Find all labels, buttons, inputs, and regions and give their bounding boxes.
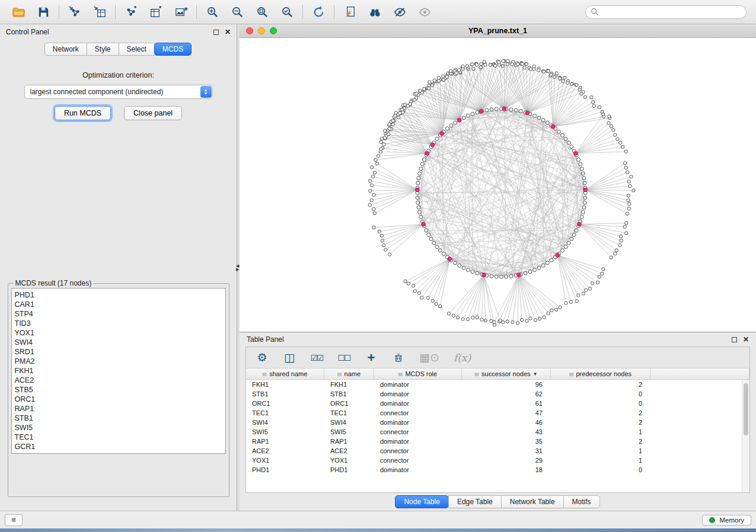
result-node[interactable]: STB1 — [15, 414, 222, 423]
zoom-selected-button[interactable] — [275, 2, 299, 21]
table-cell[interactable]: 31 — [462, 447, 551, 454]
table-cell[interactable]: dominator — [374, 400, 462, 407]
table-cell[interactable]: 18 — [462, 466, 551, 473]
mcds-result-list[interactable]: PHD1CAR1STP4TID3YOX1SWI4SRD1PMA2FKH1ACE2… — [11, 288, 226, 454]
tab-node-table[interactable]: Node Table — [395, 495, 449, 508]
result-node[interactable]: TEC1 — [15, 432, 222, 442]
close-panel-icon[interactable]: ✕ — [225, 28, 231, 36]
network-canvas[interactable] — [240, 38, 756, 332]
result-node[interactable]: STB5 — [15, 385, 222, 395]
table-cell[interactable]: 2 — [551, 419, 650, 426]
table-cell[interactable]: connector — [374, 457, 462, 464]
table-cell[interactable]: dominator — [374, 390, 462, 398]
open-session-button[interactable] — [6, 2, 31, 21]
table-cell[interactable]: 2 — [551, 409, 650, 416]
result-node[interactable]: SRD1 — [15, 347, 222, 357]
table-row[interactable]: YOX1YOX1connector291 — [246, 456, 749, 465]
table-cell[interactable]: STB1 — [246, 390, 324, 398]
run-mcds-button[interactable]: Run MCDS — [55, 106, 111, 120]
new-network-button[interactable] — [119, 2, 143, 21]
show-columns-button[interactable]: ◫ — [283, 350, 296, 366]
table-cell[interactable]: 1 — [551, 428, 650, 435]
tab-network-table[interactable]: Network Table — [501, 495, 564, 508]
table-cell[interactable]: SWI4 — [246, 419, 324, 426]
table-row[interactable]: RAP1RAP1dominator352 — [246, 437, 749, 446]
table-cell[interactable]: dominator — [374, 438, 462, 445]
optimization-criterion-select[interactable]: largest connected component (undirected)… — [24, 85, 213, 99]
table-settings-button[interactable]: ⚙ — [256, 350, 269, 366]
result-node[interactable]: STP4 — [15, 309, 222, 319]
table-cell[interactable]: dominator — [374, 419, 462, 426]
table-cell[interactable]: dominator — [374, 381, 462, 388]
table-cell[interactable]: SWI5 — [246, 428, 324, 435]
delete-column-button[interactable] — [392, 350, 405, 366]
result-node[interactable]: GCR1 — [15, 442, 222, 451]
float-table-panel-icon[interactable] — [732, 337, 737, 342]
table-cell[interactable]: RAP1 — [246, 438, 324, 445]
table-cell[interactable]: 29 — [462, 457, 551, 464]
table-cell[interactable]: STB1 — [324, 390, 374, 398]
hide-selected-button[interactable] — [387, 2, 412, 21]
show-all-button[interactable] — [412, 2, 437, 21]
export-image-button[interactable] — [168, 2, 193, 21]
select-all-button[interactable]: ☑☑ — [310, 350, 323, 366]
search-input[interactable] — [599, 8, 741, 16]
tab-mcds[interactable]: MCDS — [154, 43, 192, 56]
deselect-all-button[interactable]: ☐☐ — [337, 350, 350, 366]
network-window-titlebar[interactable]: YPA_prune.txt_1 — [240, 24, 756, 38]
table-cell[interactable]: SWI5 — [324, 428, 374, 435]
table-row[interactable]: ORC1ORC1dominator610 — [246, 399, 749, 408]
table-cell[interactable]: FKH1 — [324, 381, 374, 388]
apply-layout-button[interactable] — [306, 2, 331, 21]
table-cell[interactable]: RAP1 — [324, 438, 374, 445]
result-node[interactable]: YOX1 — [15, 328, 222, 338]
table-row[interactable]: ACE2ACE2connector311 — [246, 446, 749, 456]
table-cell[interactable]: 35 — [462, 438, 551, 445]
table-cell[interactable]: SWI4 — [324, 419, 374, 426]
tab-select[interactable]: Select — [119, 43, 155, 56]
save-session-button[interactable] — [31, 2, 56, 21]
result-node[interactable]: ACE2 — [15, 376, 222, 385]
status-menu-button[interactable]: ≡ — [5, 514, 23, 526]
table-scrollbar[interactable] — [742, 380, 749, 492]
table-cell[interactable]: 2 — [551, 381, 650, 388]
column-header[interactable]: ▤predecessor nodes — [551, 368, 650, 379]
close-panel-button[interactable]: Close panel — [124, 106, 182, 120]
table-cell[interactable]: PHD1 — [246, 466, 324, 473]
table-cell[interactable]: PHD1 — [324, 466, 374, 473]
float-panel-icon[interactable] — [213, 30, 219, 35]
result-node[interactable]: FKH1 — [15, 366, 222, 376]
table-cell[interactable]: 62 — [462, 390, 551, 398]
table-cell[interactable]: connector — [374, 447, 462, 454]
table-row[interactable]: SWI4SWI4dominator462 — [246, 418, 749, 427]
table-cell[interactable]: 46 — [462, 419, 551, 426]
table-cell[interactable]: connector — [374, 409, 462, 416]
zoom-in-button[interactable] — [200, 2, 225, 21]
tab-network[interactable]: Network — [44, 43, 87, 56]
search-network-button[interactable] — [362, 2, 387, 21]
new-table-button[interactable] — [143, 2, 168, 21]
table-cell[interactable]: ACE2 — [324, 447, 374, 454]
network-graph[interactable] — [240, 38, 756, 332]
table-cell[interactable]: dominator — [374, 466, 462, 473]
result-node[interactable]: SWI5 — [15, 423, 222, 432]
tab-style[interactable]: Style — [87, 43, 119, 56]
memory-button[interactable]: Memory — [702, 515, 751, 525]
result-node[interactable]: PMA2 — [15, 357, 222, 366]
zoom-fit-button[interactable] — [250, 2, 275, 21]
table-cell[interactable]: 43 — [462, 428, 551, 435]
splitter-collapse-icon[interactable]: ◀▶ — [236, 264, 239, 271]
table-cell[interactable]: 1 — [551, 447, 650, 454]
table-cell[interactable]: 0 — [551, 466, 650, 473]
close-window-icon[interactable] — [246, 27, 253, 34]
table-cell[interactable]: TEC1 — [324, 409, 374, 416]
result-node[interactable]: ORC1 — [15, 395, 222, 404]
table-cell[interactable]: YOX1 — [324, 457, 374, 464]
scrollbar-thumb[interactable] — [744, 383, 748, 435]
minimize-window-icon[interactable] — [258, 27, 265, 34]
import-network-button[interactable] — [62, 2, 87, 21]
table-cell[interactable]: FKH1 — [246, 381, 324, 388]
table-cell[interactable]: YOX1 — [246, 457, 324, 464]
table-cell[interactable]: 47 — [462, 409, 551, 416]
result-node[interactable]: RAP1 — [15, 404, 222, 414]
